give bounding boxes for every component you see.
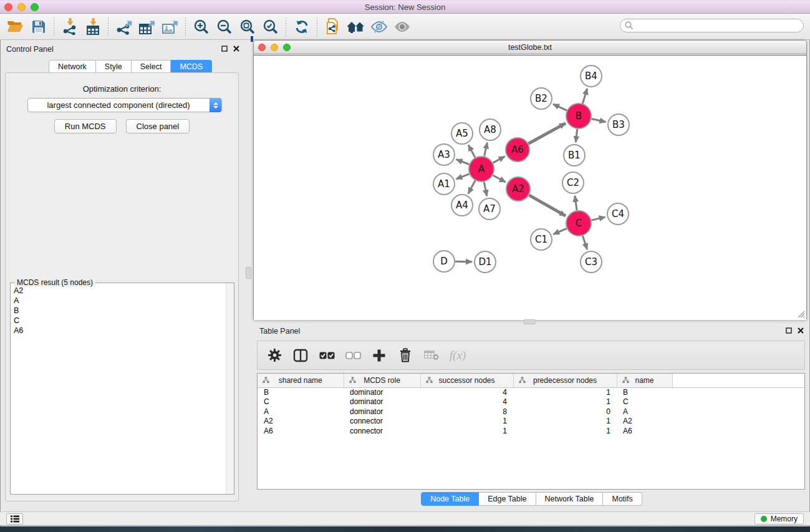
- table-cell[interactable]: dominator: [344, 387, 420, 397]
- tab-style[interactable]: Style: [96, 60, 132, 73]
- tab-node-table[interactable]: Node Table: [421, 492, 479, 506]
- table-cell[interactable]: connector: [344, 426, 420, 436]
- column-header-shared-name[interactable]: shared name: [258, 374, 344, 387]
- graph-edge-B-B1[interactable]: [576, 129, 577, 142]
- refresh-button[interactable]: [290, 16, 313, 38]
- close-window-button[interactable]: [4, 3, 12, 11]
- deselect-all-button[interactable]: [345, 352, 361, 359]
- tab-mcds[interactable]: MCDS: [171, 60, 212, 73]
- network-minimize-button[interactable]: [271, 44, 278, 51]
- table-cell[interactable]: connector: [344, 417, 420, 427]
- graph-node-C2[interactable]: C2: [562, 172, 584, 193]
- table-row[interactable]: A2connector11A2: [258, 417, 805, 427]
- graph-edge-C-C2[interactable]: [575, 196, 577, 210]
- graph-edge-A-A4[interactable]: [468, 181, 475, 194]
- resize-grip-icon[interactable]: [796, 309, 805, 318]
- column-header-predecessor-nodes[interactable]: predecessor nodes: [513, 374, 617, 387]
- close-panel-button[interactable]: Close panel: [126, 119, 190, 133]
- table-cell[interactable]: A: [258, 407, 344, 417]
- graph-edge-C-C1[interactable]: [553, 228, 566, 234]
- graph-node-A5[interactable]: A5: [451, 123, 473, 144]
- float-panel-icon[interactable]: [786, 327, 792, 334]
- graph-edge-A-A8[interactable]: [485, 143, 488, 157]
- open-file-button[interactable]: [4, 16, 27, 38]
- minimize-window-button[interactable]: [17, 3, 26, 11]
- graph-edge-A2-C[interactable]: [529, 195, 566, 216]
- mcds-result-item[interactable]: A2: [14, 286, 226, 296]
- table-cell[interactable]: dominator: [344, 397, 420, 407]
- graph-edge-A6-B[interactable]: [529, 123, 566, 144]
- import-network-button[interactable]: [58, 16, 81, 38]
- graph-edge-A-A7[interactable]: [484, 182, 487, 196]
- result-scrollbar[interactable]: [226, 283, 234, 494]
- table-cell[interactable]: 4: [420, 397, 513, 407]
- network-maximize-button[interactable]: [283, 44, 291, 51]
- column-header-name[interactable]: name: [617, 374, 672, 387]
- zoom-selected-button[interactable]: [259, 16, 282, 38]
- delete-column-button[interactable]: [397, 348, 413, 362]
- graph-edge-B-B4[interactable]: [582, 89, 587, 104]
- close-panel-icon[interactable]: [798, 327, 804, 334]
- table-cell[interactable]: 1: [420, 426, 513, 436]
- float-panel-icon[interactable]: [221, 46, 228, 52]
- column-header-MCDS-role[interactable]: MCDS role: [344, 374, 420, 387]
- graph-node-B4[interactable]: B4: [581, 65, 602, 87]
- table-cell[interactable]: B: [258, 387, 344, 397]
- graph-edge-A-A3[interactable]: [456, 160, 470, 165]
- tab-motifs[interactable]: Motifs: [603, 492, 642, 506]
- table-cell[interactable]: 1: [513, 417, 617, 427]
- table-cell[interactable]: 1: [420, 417, 513, 427]
- table-cell[interactable]: 1: [513, 397, 617, 407]
- graph-node-A3[interactable]: A3: [433, 144, 455, 165]
- table-cell[interactable]: A: [617, 407, 672, 417]
- graph-edge-C-C4[interactable]: [591, 217, 605, 220]
- mcds-result-item[interactable]: A: [14, 296, 226, 306]
- graph-node-A7[interactable]: A7: [479, 198, 500, 220]
- tab-select[interactable]: Select: [132, 60, 171, 73]
- table-cell[interactable]: B: [617, 387, 672, 397]
- tab-edge-table[interactable]: Edge Table: [479, 492, 536, 506]
- table-settings-button[interactable]: [266, 348, 282, 362]
- graph-edge-A-A2[interactable]: [493, 175, 506, 182]
- table-row[interactable]: Adominator80A: [258, 407, 805, 417]
- table-cell[interactable]: A6: [258, 426, 344, 436]
- mcds-result-item[interactable]: B: [14, 306, 226, 316]
- table-cell[interactable]: 8: [420, 407, 513, 417]
- table-cell[interactable]: dominator: [344, 407, 420, 417]
- table-row[interactable]: A6connector11A6: [258, 426, 805, 436]
- graph-node-C[interactable]: C: [566, 211, 591, 236]
- graph-node-C3[interactable]: C3: [581, 251, 602, 273]
- graph-edge-C-C3[interactable]: [582, 236, 587, 249]
- graph-node-D[interactable]: D: [433, 251, 455, 272]
- zoom-fit-button[interactable]: [236, 16, 259, 38]
- graph-node-A4[interactable]: A4: [451, 195, 473, 216]
- table-row[interactable]: Bdominator41B: [258, 387, 805, 397]
- mcds-result-item[interactable]: A6: [14, 326, 226, 336]
- graph-edge-B-B2[interactable]: [553, 104, 567, 110]
- graph-node-A6[interactable]: A6: [506, 138, 529, 162]
- first-neighbors-button[interactable]: [344, 16, 367, 38]
- table-cell[interactable]: A2: [617, 417, 672, 427]
- delete-table-button[interactable]: [423, 351, 440, 360]
- graph-node-A1[interactable]: A1: [433, 173, 455, 195]
- graph-edge-B-B3[interactable]: [592, 119, 606, 122]
- table-cell[interactable]: A2: [258, 417, 344, 427]
- mcds-result-item[interactable]: C: [14, 316, 226, 326]
- table-cell[interactable]: 4: [420, 387, 513, 397]
- zoom-in-button[interactable]: [190, 16, 213, 38]
- graph-node-B3[interactable]: B3: [608, 114, 629, 135]
- graph-edge-A-A1[interactable]: [456, 174, 470, 179]
- tab-network[interactable]: Network: [49, 60, 96, 73]
- select-all-button[interactable]: [319, 352, 335, 359]
- save-session-button[interactable]: [27, 16, 50, 38]
- export-image-button[interactable]: [158, 16, 181, 38]
- export-network-button[interactable]: [112, 16, 135, 38]
- table-cell[interactable]: C: [258, 397, 344, 407]
- memory-button[interactable]: Memory: [755, 513, 804, 525]
- graph-node-A[interactable]: A: [469, 157, 494, 181]
- add-column-button[interactable]: [371, 349, 387, 362]
- graph-node-A8[interactable]: A8: [480, 119, 501, 140]
- network-from-file-button[interactable]: [321, 16, 344, 38]
- search-input[interactable]: [620, 19, 804, 32]
- table-cell[interactable]: A6: [617, 426, 672, 436]
